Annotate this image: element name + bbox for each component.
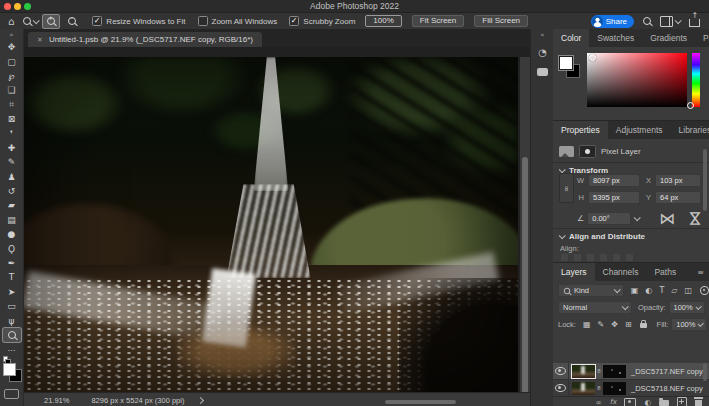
type-tool[interactable]: T xyxy=(3,270,21,284)
object-selection-tool[interactable]: ❏ xyxy=(3,83,21,97)
align-center-v-button[interactable] xyxy=(613,254,620,261)
blend-mode-dropdown[interactable]: Normal xyxy=(558,301,632,314)
vertical-scrollbar[interactable] xyxy=(520,57,530,392)
tab-patterns[interactable]: Patterns xyxy=(695,29,709,47)
layer-effects-icon[interactable]: fx xyxy=(610,398,617,406)
layer-row[interactable]: 8 _DSC5717.NEF copy xyxy=(553,363,709,380)
filter-image-icon[interactable]: ▣ xyxy=(631,286,639,295)
layer-thumbnail[interactable] xyxy=(572,382,595,395)
fill-dropdown[interactable]: 100% xyxy=(671,318,707,331)
eye-icon[interactable] xyxy=(555,367,566,375)
new-layer-icon[interactable] xyxy=(677,397,687,406)
canvas-area[interactable] xyxy=(24,47,530,392)
clone-stamp-tool[interactable]: ♟ xyxy=(3,170,21,184)
checkbox-icon[interactable] xyxy=(198,16,208,26)
close-window-button[interactable] xyxy=(4,3,11,10)
marquee-tool[interactable]: ▢ xyxy=(3,54,21,68)
opacity-dropdown[interactable]: 100% xyxy=(669,301,705,314)
layer-thumbnail[interactable] xyxy=(572,365,595,378)
scrubby-zoom-checkbox[interactable]: Scrubby Zoom xyxy=(289,16,355,26)
share-button[interactable]: Share xyxy=(591,15,634,28)
layer-name[interactable]: _DSC5718.NEF copy xyxy=(631,384,703,393)
fit-screen-button[interactable]: Fit Screen xyxy=(412,15,464,27)
blur-tool[interactable]: ● xyxy=(3,227,21,241)
minimize-window-button[interactable] xyxy=(14,3,21,10)
delete-layer-icon[interactable] xyxy=(695,400,702,406)
align-center-h-button[interactable] xyxy=(574,254,581,261)
x-field[interactable]: 103 px xyxy=(655,174,701,187)
layer-mask-thumbnail[interactable] xyxy=(603,365,626,378)
checkbox-icon[interactable] xyxy=(92,16,102,26)
filter-toggle-icon[interactable] xyxy=(700,286,709,295)
image-thumbnail-icon[interactable] xyxy=(559,146,574,157)
healing-brush-tool[interactable]: ✚ xyxy=(3,141,21,155)
foreground-color-swatch[interactable] xyxy=(3,363,16,376)
resize-windows-to-fit-checkbox[interactable]: Resize Windows to Fit xyxy=(92,16,185,26)
horizontal-scrollbar-thumb[interactable] xyxy=(385,400,456,404)
color-marker[interactable] xyxy=(589,54,596,61)
path-selection-tool[interactable]: ➤ xyxy=(3,285,21,299)
edit-toolbar-icon[interactable]: … xyxy=(8,344,16,353)
add-mask-icon[interactable] xyxy=(624,398,636,406)
search-icon[interactable] xyxy=(643,17,651,25)
tab-layers[interactable]: Layers xyxy=(553,263,595,281)
eye-icon[interactable] xyxy=(555,384,566,392)
pen-tool[interactable]: ✒ xyxy=(3,256,21,270)
zoom-100-button[interactable]: 100% xyxy=(365,15,401,27)
export-icon[interactable] xyxy=(689,19,700,27)
hue-marker[interactable] xyxy=(687,102,694,109)
frame-tool[interactable]: ⊠ xyxy=(3,112,21,126)
visibility-cell[interactable] xyxy=(553,363,569,379)
brush-tool[interactable]: ✎ xyxy=(3,155,21,169)
lock-position-icon[interactable]: ✥ xyxy=(611,320,618,329)
layer-name[interactable]: _DSC5717.NEF copy xyxy=(631,367,703,376)
link-layers-icon[interactable]: ∞ xyxy=(596,398,602,406)
default-swatches-icon[interactable] xyxy=(3,356,10,362)
filter-shape-icon[interactable]: ▱ xyxy=(671,286,677,295)
filter-kind-dropdown[interactable]: Kind xyxy=(558,284,624,297)
tab-adjustments[interactable]: Adjustments xyxy=(608,121,671,139)
zoom-percent[interactable]: 21.91% xyxy=(44,396,69,405)
home-icon[interactable]: ⌂ xyxy=(8,16,14,27)
zoom-in-button[interactable] xyxy=(42,14,60,29)
status-chevron-icon[interactable] xyxy=(197,396,204,403)
hand-tool[interactable]: ψ xyxy=(3,313,21,327)
comments-panel-icon[interactable] xyxy=(537,68,548,76)
align-section-header[interactable]: Align and Distribute xyxy=(559,232,645,241)
close-tab-icon[interactable]: ✕ xyxy=(37,36,43,44)
workspace-switcher[interactable] xyxy=(660,16,680,27)
align-bottom-button[interactable] xyxy=(626,254,633,261)
move-tool[interactable]: ✥ xyxy=(3,40,21,54)
rectangle-tool[interactable]: ▭ xyxy=(3,299,21,313)
expand-panels-icon[interactable]: « xyxy=(540,31,544,39)
panel-scrollbar-thumb[interactable] xyxy=(703,149,707,211)
visibility-cell[interactable] xyxy=(553,380,569,396)
chevron-down-icon[interactable] xyxy=(634,214,641,221)
photo-waterfall[interactable] xyxy=(24,57,518,392)
tab-swatches[interactable]: Swatches xyxy=(589,29,642,47)
filter-type-icon[interactable]: T xyxy=(659,286,664,295)
rotation-field[interactable]: 0.00° xyxy=(587,212,631,225)
zoom-tool-preset[interactable] xyxy=(23,17,38,25)
history-brush-tool[interactable]: ↺ xyxy=(3,184,21,198)
history-panel-icon[interactable]: ◔ xyxy=(538,47,547,58)
tab-color[interactable]: Color xyxy=(553,29,589,47)
maximize-window-button[interactable] xyxy=(24,3,31,10)
hue-slider[interactable] xyxy=(692,53,700,107)
lasso-tool[interactable]: ℘ xyxy=(3,69,21,83)
crop-tool[interactable]: ⌗ xyxy=(3,98,21,112)
width-field[interactable]: 8097 px xyxy=(588,174,640,187)
lock-artboard-icon[interactable]: ⊞ xyxy=(625,320,632,329)
zoom-all-windows-checkbox[interactable]: Zoom All Windows xyxy=(198,16,278,26)
gradient-tool[interactable]: ▤ xyxy=(3,213,21,227)
dodge-tool[interactable]: Ϙ xyxy=(3,241,21,255)
link-dimensions-button[interactable]: ∞ xyxy=(559,173,574,203)
filter-adjustment-icon[interactable]: ◐ xyxy=(645,286,652,295)
layer-mask-thumbnail[interactable] xyxy=(603,382,626,395)
fill-screen-button[interactable]: Fill Screen xyxy=(474,15,528,27)
eraser-tool[interactable]: ▰ xyxy=(3,198,21,212)
flip-vertical-icon[interactable]: ⋈ xyxy=(686,211,705,227)
panel-menu-icon[interactable]: ≡ xyxy=(697,263,709,281)
tab-paths[interactable]: Paths xyxy=(646,263,684,281)
mask-thumbnail-icon[interactable] xyxy=(579,145,596,158)
